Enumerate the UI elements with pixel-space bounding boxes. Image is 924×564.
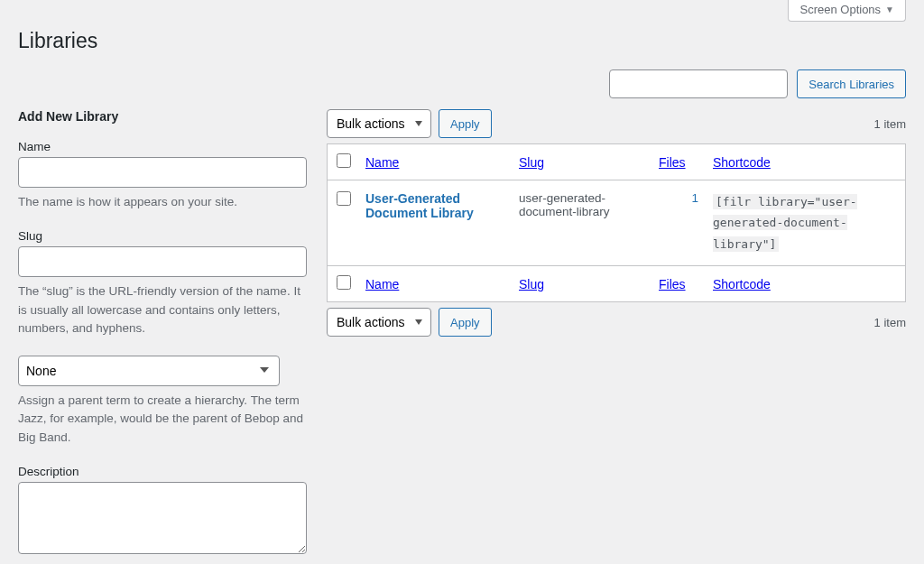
row-shortcode: [filr library="user-generated-document-l… [713, 194, 857, 252]
name-label: Name [18, 140, 307, 153]
row-files-link[interactable]: 1 [691, 191, 698, 205]
name-help: The name is how it appears on your site. [18, 193, 307, 211]
table-row: User-Generated Document Library user-gen… [328, 180, 906, 266]
search-libraries-button[interactable]: Search Libraries [797, 69, 906, 98]
column-footer-slug[interactable]: Slug [519, 277, 544, 291]
column-footer-shortcode[interactable]: Shortcode [713, 277, 771, 291]
apply-button-top[interactable]: Apply [439, 109, 492, 138]
row-title-link[interactable]: User-Generated Document Library [365, 191, 474, 220]
item-count-bottom: 1 item [874, 316, 906, 329]
screen-options-label: Screen Options [799, 3, 881, 16]
chevron-down-icon: ▼ [885, 5, 894, 14]
column-footer-files[interactable]: Files [659, 277, 686, 291]
slug-input[interactable] [18, 246, 307, 277]
search-input[interactable] [609, 69, 788, 98]
description-input[interactable] [18, 482, 307, 554]
row-slug: user-generated-document-library [512, 180, 651, 266]
row-checkbox[interactable] [337, 191, 351, 206]
parent-help: Assign a parent term to create a hierarc… [18, 392, 307, 447]
item-count-top: 1 item [874, 117, 906, 131]
slug-label: Slug [18, 229, 307, 243]
libraries-table: Name Slug Files Shortcode User-Generated… [327, 143, 906, 302]
column-footer-name[interactable]: Name [365, 277, 399, 291]
column-header-files[interactable]: Files [659, 155, 686, 170]
column-header-name[interactable]: Name [365, 155, 399, 170]
column-header-shortcode[interactable]: Shortcode [713, 155, 771, 170]
name-input[interactable] [18, 157, 307, 188]
apply-button-bottom[interactable]: Apply [439, 308, 492, 337]
bulk-actions-select-bottom[interactable]: Bulk actions [327, 308, 431, 337]
add-new-heading: Add New Library [18, 109, 307, 124]
select-all-bottom-checkbox[interactable] [337, 275, 351, 290]
select-all-top-checkbox[interactable] [337, 153, 351, 168]
parent-select[interactable]: None [18, 356, 280, 386]
slug-help: The “slug” is the URL-friendly version o… [18, 282, 307, 337]
screen-options-button[interactable]: Screen Options ▼ [788, 0, 906, 22]
column-header-slug[interactable]: Slug [519, 155, 544, 170]
description-label: Description [18, 465, 307, 478]
bulk-actions-select-top[interactable]: Bulk actions [327, 109, 431, 138]
page-title: Libraries [18, 29, 906, 53]
